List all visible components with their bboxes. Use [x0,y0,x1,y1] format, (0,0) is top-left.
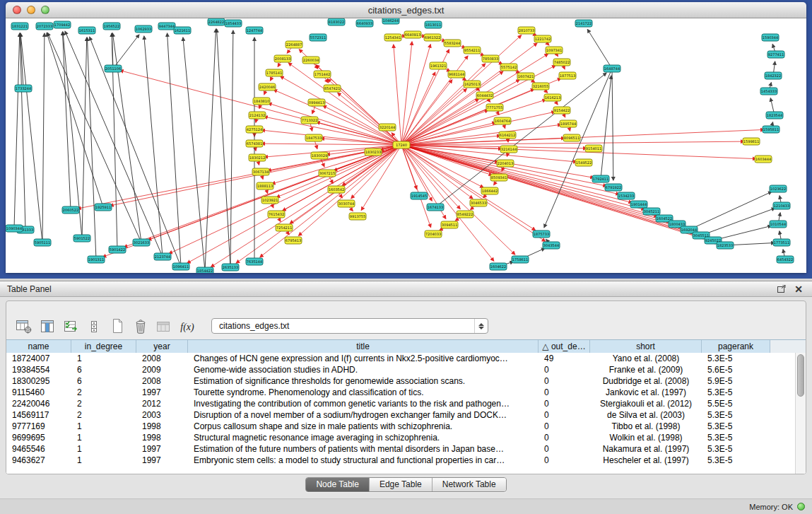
graph-node[interactable]: 8509341 [490,174,507,181]
graph-node[interactable]: 2051106 [105,65,122,72]
graph-node[interactable]: 1607421 [517,73,534,80]
table-scrollbar-thumb[interactable] [797,354,804,397]
graph-node[interactable]: 1854433 [225,20,242,27]
import-table-icon[interactable] [61,317,80,334]
column-header-year[interactable]: year [136,340,188,354]
graph-node[interactable]: 1616213 [544,94,561,101]
column-header-pagerank[interactable]: pagerank [702,340,770,354]
graph-node[interactable]: 1831221 [11,23,28,30]
graph-node[interactable]: 2260034 [302,57,319,64]
network-canvas[interactable]: 1724022648872008133178514124200461843810… [6,18,806,273]
graph-node[interactable]: 3046533 [470,199,487,206]
graph-node[interactable]: 1010544 [770,221,787,228]
table-row[interactable]: 1872400712008Changes of HCN gene express… [6,353,795,364]
graph-node[interactable]: 2123744 [154,253,171,260]
graph-node[interactable]: 2264822 [208,18,225,25]
graph-node[interactable]: 7485022 [553,59,570,66]
graph-node[interactable]: 7635144 [246,258,263,265]
graph-node[interactable]: 1604622 [490,263,507,270]
delete-icon[interactable] [131,317,150,334]
graph-node[interactable]: 3216055 [532,83,549,90]
graph-node[interactable]: 1875733 [533,230,550,238]
close-window-icon[interactable] [13,6,21,14]
float-panel-icon[interactable] [775,284,788,295]
graph-node[interactable]: 1046244 [382,18,399,24]
graph-node[interactable]: 2420046 [259,83,276,90]
graph-node[interactable]: 1830029 [311,152,328,159]
graph-node[interactable]: 1895744 [560,120,577,127]
zoom-window-icon[interactable] [41,6,49,14]
graph-node[interactable]: 1062933 [135,25,152,33]
graph-node[interactable]: 1956522 [103,23,120,30]
tab-node-table[interactable]: Node Table [306,478,369,491]
graph-node[interactable]: 2124132 [249,112,266,119]
graph-node[interactable]: 1674133 [427,204,444,211]
column-header-title[interactable]: title [188,340,539,354]
column-header-short[interactable]: short [590,340,702,354]
graph-node[interactable]: 5583244 [444,40,461,47]
graph-node[interactable]: 1866442 [481,187,498,194]
graph-node[interactable]: 1604764 [494,117,511,124]
graph-node[interactable]: 5901522 [73,235,90,242]
graph-node[interactable]: 8547421 [324,85,341,92]
graph-node[interactable]: 1549522 [575,159,592,166]
graph-node[interactable]: 1901444 [630,201,647,208]
table-row[interactable]: 2242004622012Investigating the contribut… [6,398,795,409]
new-document-icon[interactable] [108,317,126,334]
function-builder-icon[interactable]: f(x) [178,317,196,334]
graph-node[interactable]: 6574381 [246,140,263,147]
network-graph[interactable]: 1724022648872008133178514124200461843810… [6,18,806,273]
graph-node[interactable]: 1830233 [365,148,382,156]
graph-node[interactable]: 1603444 [755,156,772,163]
graph-node[interactable]: 2060522 [62,206,79,214]
column-header-in_degree[interactable]: in_degree [71,340,136,354]
graph-node[interactable]: 3216144 [500,146,517,153]
dropdown-spinner-icon[interactable] [474,319,488,333]
tab-edge-table[interactable]: Edge Table [369,478,432,491]
graph-node[interactable]: 1534233 [618,192,635,199]
graph-node[interactable]: 1210433 [773,202,790,209]
table-scrollbar[interactable] [795,353,806,474]
table-source-dropdown[interactable]: citations_edges.txt [211,318,488,334]
graph-node[interactable]: 1773511 [773,239,790,246]
graph-node[interactable]: 1830212 [249,154,266,161]
graph-node[interactable]: 6961322 [424,34,441,41]
graph-node[interactable]: 1023921 [261,197,278,204]
graph-node[interactable]: 1847533 [305,134,322,141]
graph-node[interactable]: 1254341 [384,34,401,41]
graph-node[interactable]: 9554211 [464,47,481,54]
column-header-name[interactable]: name [6,340,71,354]
graph-node[interactable]: 1090344 [6,225,23,232]
graph-node[interactable]: 1901311 [88,256,105,263]
graph-node[interactable]: 17240 [393,141,410,148]
graph-node[interactable]: 1914545 [411,192,428,199]
table-row[interactable]: 977716911998Corpus callosum shape and si… [6,421,795,432]
graph-node[interactable]: 2008133 [274,55,291,62]
graph-node[interactable]: 1625013 [464,81,481,88]
graph-node[interactable]: 1785141 [266,69,283,76]
graph-node[interactable]: 9154011 [585,145,602,152]
graph-node[interactable]: 4275124 [246,126,263,133]
graph-node[interactable]: 5905111 [34,239,51,246]
window-titlebar[interactable]: citations_edges.txt [6,2,806,18]
graph-node[interactable]: 7204033 [425,230,442,238]
graph-node[interactable]: 9681144 [448,71,465,78]
graph-node[interactable]: 2810733 [518,27,535,34]
graph-node[interactable]: 2204013 [497,160,514,167]
graph-node[interactable]: 1792411 [592,175,609,182]
graph-node[interactable]: 6454322 [777,256,794,263]
graph-node[interactable]: 1877513 [559,72,576,79]
graph-node[interactable]: 2072333 [36,23,53,30]
graph-node[interactable]: 1961321 [430,62,447,69]
graph-node[interactable]: 1595811 [763,126,779,133]
graph-node[interactable]: 7615432 [268,211,285,218]
graph-node[interactable]: 1621611 [174,27,191,34]
table-row[interactable]: 1830029562008Estimation of significance … [6,375,795,387]
graph-node[interactable]: 1925911 [95,204,112,211]
graph-node[interactable]: 1751442 [314,71,331,78]
graph-node[interactable]: 3067134 [252,168,269,175]
graph-node[interactable]: 1097341 [546,47,563,54]
graph-node[interactable]: 1247744 [246,27,263,34]
graph-node[interactable]: 6795413 [285,237,302,244]
graph-node[interactable]: 7771755 [486,104,503,111]
